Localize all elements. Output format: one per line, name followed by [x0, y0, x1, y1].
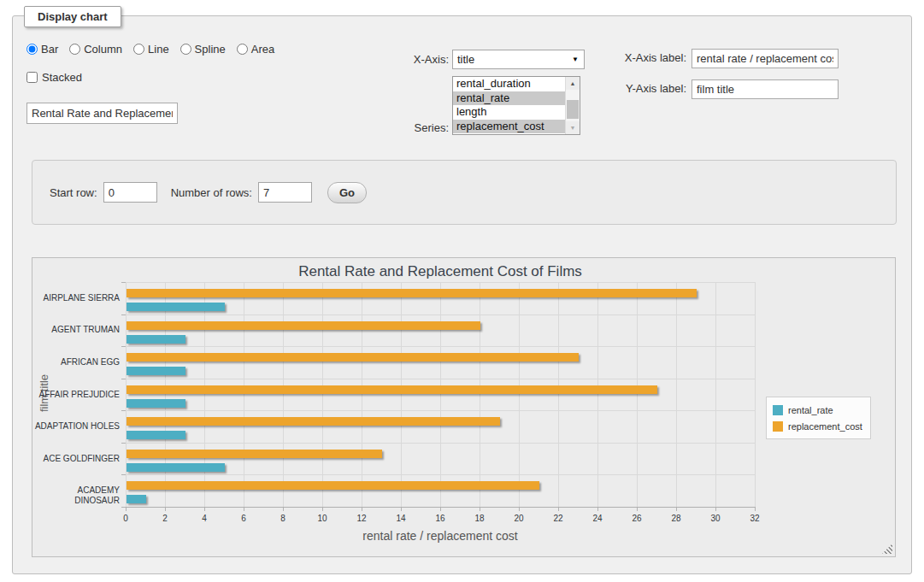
legend-item-replacement_cost[interactable]: replacement_cost: [773, 418, 862, 434]
stacked-checkbox[interactable]: [26, 72, 38, 83]
chart-type-radio-column[interactable]: [69, 44, 80, 55]
gridline: [362, 282, 362, 507]
series-option-length[interactable]: length: [453, 105, 565, 120]
legend-item-rental_rate[interactable]: rental_rate: [773, 402, 862, 418]
chart-type-column[interactable]: Column: [69, 43, 122, 56]
panel-legend: Display chart: [24, 6, 121, 27]
x-tick-label: 4: [191, 514, 217, 523]
chart-type-radio-area[interactable]: [237, 44, 248, 55]
x-axis-tick: [637, 508, 638, 511]
chart-type-label: Column: [84, 43, 122, 56]
gridline: [283, 282, 284, 507]
scrollbar[interactable]: ▲ ▼: [565, 77, 580, 134]
y-axis-label-input[interactable]: [692, 79, 839, 99]
x-tick-label: 22: [545, 514, 571, 523]
bar-replacement_cost: [127, 321, 480, 330]
x-tick-label: 6: [231, 514, 256, 523]
category-label: ACADEMY DINOSAUR: [32, 485, 120, 506]
gridline: [676, 282, 677, 507]
chevron-down-icon: ▼: [572, 50, 579, 68]
gridline: [597, 282, 598, 507]
chart-title-input[interactable]: [26, 103, 178, 124]
gridline: [755, 282, 756, 507]
gridline: [165, 282, 166, 507]
scroll-up-icon[interactable]: ▲: [566, 77, 580, 90]
x-tick-label: 0: [113, 514, 138, 523]
gridline: [126, 443, 755, 444]
bar-replacement_cost: [127, 450, 382, 458]
go-button[interactable]: Go: [327, 182, 367, 203]
series-multiselect[interactable]: rental_durationrental_ratelengthreplacem…: [452, 76, 580, 135]
gridline: [126, 315, 755, 315]
x-axis-tick: [322, 508, 323, 511]
gridline: [126, 282, 127, 507]
chart-type-spline[interactable]: Spline: [180, 43, 226, 56]
bar-replacement_cost: [127, 353, 579, 362]
x-axis-select[interactable]: title ▼: [452, 50, 585, 69]
scrollbar-track[interactable]: [566, 90, 580, 121]
x-tick-label: 8: [270, 514, 296, 523]
number-of-rows-input[interactable]: [258, 182, 312, 203]
chart-type-label: Bar: [41, 43, 58, 56]
gridline: [126, 474, 755, 475]
chart-type-label: Area: [251, 43, 274, 56]
y-axis-tick: [121, 282, 126, 283]
gridline: [322, 282, 323, 507]
gridline: [558, 282, 559, 507]
series-option-replacement_cost[interactable]: replacement_cost: [453, 120, 565, 134]
gridline: [401, 282, 402, 507]
x-axis-tick: [126, 508, 127, 511]
x-tick-label: 12: [349, 514, 374, 523]
bar-rental_rate: [127, 367, 185, 375]
page: Display chart BarColumnLineSplineArea St…: [0, 0, 924, 582]
x-axis-tick: [755, 508, 756, 511]
x-axis-line: [126, 507, 756, 508]
x-axis-label-input[interactable]: [692, 49, 839, 68]
y-axis-tick: [121, 443, 126, 444]
chart-type-bar[interactable]: Bar: [26, 43, 58, 56]
x-tick-label: 10: [309, 514, 335, 523]
chart-type-radio-line[interactable]: [133, 44, 144, 55]
bar-rental_rate: [127, 303, 225, 311]
y-axis-tick: [121, 379, 126, 379]
stacked-checkbox-row[interactable]: Stacked: [26, 71, 82, 84]
chart-type-radio-bar[interactable]: [26, 44, 38, 55]
stacked-label: Stacked: [42, 71, 82, 84]
category-label: AGENT TRUMAN: [32, 325, 120, 335]
x-tick-label: 16: [427, 514, 453, 523]
x-axis-tick: [440, 508, 441, 511]
x-axis-selected-value: title: [457, 53, 474, 66]
chart-type-area[interactable]: Area: [237, 43, 274, 56]
bar-replacement_cost: [127, 385, 657, 394]
gridline: [204, 282, 205, 507]
x-tick-label: 30: [703, 514, 728, 523]
scrollbar-thumb[interactable]: [567, 100, 579, 119]
legend-swatch: [773, 405, 783, 415]
x-axis-tick: [558, 508, 559, 511]
x-axis-tick: [401, 508, 402, 511]
x-tick-label: 24: [585, 514, 610, 523]
gridline: [126, 346, 755, 347]
x-tick-label: 18: [467, 514, 492, 523]
x-axis-tick: [715, 508, 716, 511]
x-tick-label: 32: [742, 514, 768, 523]
bar-replacement_cost: [127, 481, 539, 490]
series-option-rental_duration[interactable]: rental_duration: [453, 77, 565, 91]
start-row-label: Start row:: [50, 186, 97, 199]
gridline: [637, 282, 638, 507]
x-axis-label-field-label: X-Axis label:: [603, 49, 686, 68]
bar-rental_rate: [127, 495, 146, 503]
scroll-down-icon[interactable]: ▼: [566, 121, 580, 134]
number-of-rows-label: Number of rows:: [171, 186, 252, 199]
chart-type-radio-group: BarColumnLineSplineArea: [26, 43, 274, 56]
legend-label: rental_rate: [788, 405, 833, 415]
x-axis-title: rental rate / replacement cost: [126, 529, 755, 543]
x-tick-label: 26: [624, 514, 650, 523]
chart-type-radio-spline[interactable]: [180, 44, 191, 55]
start-row-input[interactable]: [103, 182, 157, 203]
series-option-rental_rate[interactable]: rental_rate: [453, 91, 565, 106]
resize-grip-icon[interactable]: [882, 544, 892, 554]
x-axis-tick: [283, 508, 284, 511]
chart-type-line[interactable]: Line: [133, 43, 169, 56]
bar-rental_rate: [127, 431, 185, 439]
